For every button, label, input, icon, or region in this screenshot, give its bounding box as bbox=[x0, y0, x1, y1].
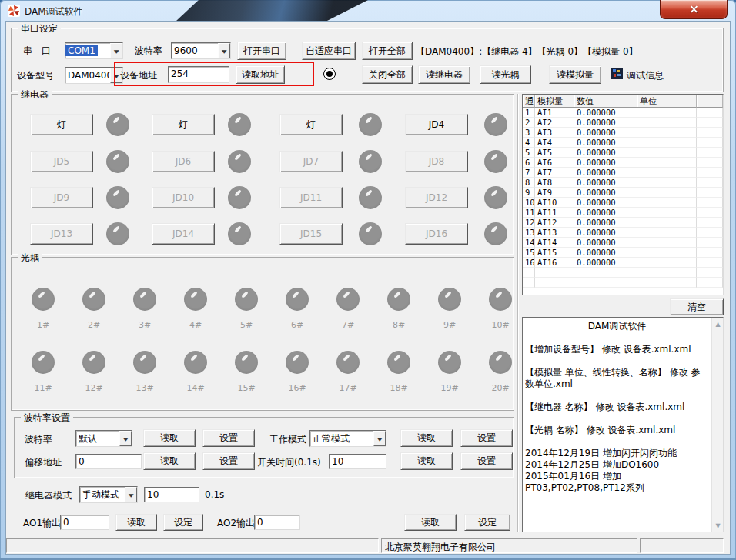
baud-read-button[interactable]: 读取 bbox=[143, 429, 196, 447]
scroll-up-icon[interactable]: ▲ bbox=[712, 318, 724, 330]
table-cell bbox=[637, 228, 697, 238]
table-row-14[interactable]: 14AI140.000000 bbox=[523, 238, 723, 248]
ao1-set-button[interactable]: 设定 bbox=[163, 514, 203, 531]
ao2-set-button[interactable]: 设定 bbox=[464, 514, 510, 531]
relay-led-13 bbox=[106, 222, 129, 245]
read-address-button[interactable]: 读取地址 bbox=[236, 65, 285, 84]
table-row-9[interactable]: 9AI90.000000 bbox=[523, 188, 723, 198]
status-panel-right bbox=[640, 538, 724, 553]
ao2-input[interactable]: 0 bbox=[254, 515, 300, 530]
table-row-8[interactable]: 8AI80.000000 bbox=[523, 178, 723, 188]
opto-led-17 bbox=[336, 351, 360, 374]
table-header-5[interactable] bbox=[697, 95, 723, 108]
offset-set-button[interactable]: 设置 bbox=[202, 452, 255, 470]
relay-button-2[interactable]: 灯 bbox=[152, 114, 215, 135]
clear-button[interactable]: 清空 bbox=[670, 298, 724, 315]
table-row-1[interactable]: 1AI10.000000 bbox=[523, 108, 723, 118]
table-row-11[interactable]: 11AI110.000000 bbox=[523, 208, 723, 218]
baud-setting-select[interactable]: 默认 ▼ bbox=[75, 430, 132, 447]
table-row-13[interactable]: 13AI130.000000 bbox=[523, 228, 723, 238]
relay-button-14[interactable]: JD14 bbox=[152, 223, 215, 245]
switch-time-set-button[interactable]: 设置 bbox=[460, 452, 513, 470]
relay-mode-dropdown-button[interactable]: ▼ bbox=[125, 487, 137, 502]
offset-read-button[interactable]: 读取 bbox=[143, 452, 196, 470]
relay-button-10[interactable]: JD10 bbox=[152, 187, 215, 208]
info-line-2 bbox=[525, 332, 709, 344]
table-cell bbox=[637, 278, 697, 288]
relay-button-8[interactable]: JD8 bbox=[405, 151, 468, 172]
close-all-button[interactable]: 关闭全部 bbox=[362, 65, 413, 84]
table-row-12[interactable]: 12AI120.000000 bbox=[523, 218, 723, 228]
relay-button-11[interactable]: JD11 bbox=[279, 187, 343, 208]
baud-setting-dropdown-button[interactable]: ▼ bbox=[119, 431, 132, 446]
work-mode-dropdown-button[interactable]: ▼ bbox=[373, 431, 386, 446]
relay-button-1[interactable]: 灯 bbox=[30, 114, 93, 135]
info-scrollbar[interactable]: ▲ ▼ bbox=[711, 318, 723, 532]
debug-info-label: 调试信息 bbox=[627, 69, 664, 82]
table-row-10[interactable]: 10AI100.000000 bbox=[523, 198, 723, 208]
ao2-read-button[interactable]: 读取 bbox=[404, 514, 457, 531]
table-row-3[interactable]: 3AI30.000000 bbox=[523, 128, 723, 138]
relay-button-12[interactable]: JD12 bbox=[405, 187, 468, 208]
table-row-4[interactable]: 4AI40.000000 bbox=[523, 138, 723, 148]
opto-led-18 bbox=[387, 351, 410, 374]
relay-mode-select[interactable]: 手动模式 ▼ bbox=[79, 486, 138, 503]
relay-button-4[interactable]: JD4 bbox=[405, 114, 468, 135]
relay-mode-time-input[interactable]: 10 bbox=[144, 487, 199, 502]
open-serial-button[interactable]: 打开串口 bbox=[237, 42, 286, 60]
close-icon bbox=[690, 5, 698, 14]
switch-time-read-button[interactable]: 读取 bbox=[400, 452, 453, 470]
table-cell: 4 bbox=[523, 138, 535, 148]
relay-button-9[interactable]: JD9 bbox=[30, 187, 93, 208]
relay-button-5[interactable]: JD5 bbox=[30, 151, 93, 172]
relay-button-15[interactable]: JD15 bbox=[279, 223, 343, 245]
table-row-15[interactable]: 15AI150.000000 bbox=[523, 248, 723, 258]
serial-port-dropdown-button[interactable]: ▼ bbox=[110, 43, 122, 58]
ao1-read-button[interactable]: 读取 bbox=[115, 514, 157, 531]
work-mode-set-button[interactable]: 设置 bbox=[460, 429, 513, 447]
read-relay-button[interactable]: 读继电器 bbox=[418, 65, 470, 84]
baud-select[interactable]: 9600 ▼ bbox=[171, 42, 231, 59]
table-row-5[interactable]: 5AI50.000000 bbox=[523, 148, 723, 158]
offset-address-input[interactable]: 0 bbox=[75, 454, 142, 469]
opto-label-19: 19# bbox=[440, 383, 458, 393]
open-all-button[interactable]: 打开全部 bbox=[362, 42, 413, 60]
read-analog-button[interactable]: 读模拟量 bbox=[549, 65, 601, 84]
status-panel-left bbox=[6, 538, 379, 553]
switch-time-input[interactable]: 10 bbox=[329, 454, 386, 469]
relay-button-16[interactable]: JD16 bbox=[405, 223, 468, 245]
work-mode-read-button[interactable]: 读取 bbox=[400, 429, 453, 447]
work-mode-select[interactable]: 正常模式 ▼ bbox=[309, 430, 386, 447]
auto-serial-button[interactable]: 自适应串口 bbox=[302, 42, 356, 60]
opto-label-7: 7# bbox=[342, 320, 354, 330]
relay-button-7[interactable]: JD7 bbox=[279, 151, 343, 172]
close-button[interactable] bbox=[660, 0, 728, 19]
baud-set-button[interactable]: 设置 bbox=[202, 429, 255, 447]
table-cell: AI13 bbox=[535, 228, 574, 238]
device-model-select[interactable]: DAM0400 ▼ bbox=[65, 67, 123, 84]
table-row-16[interactable]: 16AI160.000000 bbox=[523, 258, 723, 268]
read-opto-button[interactable]: 读光耦 bbox=[480, 65, 531, 84]
relay-button-3[interactable]: 灯 bbox=[279, 114, 343, 135]
table-row-6[interactable]: 6AI60.000000 bbox=[523, 158, 723, 168]
serial-port-select[interactable]: COM1 ▼ bbox=[65, 42, 123, 59]
title-bar[interactable]: DAM调试软件 bbox=[0, 0, 736, 22]
table-row-7[interactable]: 7AI70.000000 bbox=[523, 168, 723, 178]
scroll-down-icon[interactable]: ▼ bbox=[712, 519, 724, 532]
table-cell: 0.000000 bbox=[574, 148, 637, 158]
device-address-input[interactable]: 254 bbox=[168, 66, 229, 83]
table-header-3[interactable]: 数值 bbox=[574, 95, 637, 108]
baud-dropdown-button[interactable]: ▼ bbox=[218, 43, 230, 58]
ao1-input[interactable]: 0 bbox=[60, 515, 109, 530]
relay-button-13[interactable]: JD13 bbox=[30, 223, 93, 245]
chevron-down-icon: ▼ bbox=[129, 492, 134, 498]
opto-channel-8: 8# bbox=[378, 288, 420, 330]
table-header-4[interactable]: 单位 bbox=[637, 95, 697, 108]
table-header-2[interactable]: 模拟量 bbox=[535, 95, 574, 108]
table-cell bbox=[697, 188, 723, 198]
relay-button-6[interactable]: JD6 bbox=[152, 151, 215, 172]
table-row-2[interactable]: 2AI20.000000 bbox=[523, 118, 723, 128]
opto-led-15 bbox=[235, 351, 258, 374]
table-header-1[interactable]: 通 bbox=[523, 95, 535, 108]
relay-mode-unit: 0.1s bbox=[205, 489, 224, 500]
